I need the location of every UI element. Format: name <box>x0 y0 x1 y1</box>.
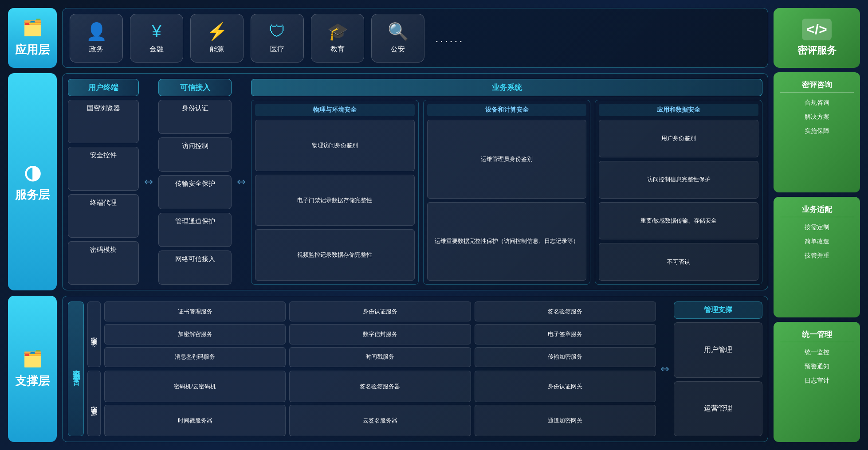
ta-item-1: 访问控制 <box>158 137 232 172</box>
jiaoyu-label: 教育 <box>330 45 345 54</box>
biz-col-app-header: 应用和数据安全 <box>599 104 758 116</box>
biz-col-device: 设备和计算安全 运维管理员身份鉴别 运维重要数据完整性保护（访问控制信息、日志记… <box>423 100 591 285</box>
biz-physical-2: 视频监控记录数据存储完整性 <box>255 229 415 281</box>
crypto-resources-items: 密码机/云密码机 时间戳服务器 签名验签服务器 云签名服务器 身份认证网关 通道… <box>104 371 656 436</box>
support-layer-content: 密码服务平台 密码服务 证书管理服务 加密解密服务 消息鉴别码服务 身 <box>62 296 768 442</box>
cr-item-3-0: 身份认证网关 <box>475 371 656 402</box>
cs-item-1-0: 证书管理服务 <box>104 301 286 321</box>
app-item-nengyuan[interactable]: ⚡ 能源 <box>190 14 244 63</box>
cs-item-1-1: 加密解密服务 <box>104 324 286 344</box>
ut-item-0: 国密浏览器 <box>68 100 139 143</box>
jinrong-icon: ¥ <box>152 22 161 41</box>
cr-group-1: 密码机/云密码机 时间戳服务器 <box>104 371 286 436</box>
support-layer-label: 🗂️ 支撑层 <box>8 296 57 442</box>
cs-item-3-2: 传输加密服务 <box>475 347 656 367</box>
user-terminal-section: 用户终端 国密浏览器 安全控件 终端代理 密码模块 <box>68 79 139 285</box>
app-item-jiaoyu[interactable]: 🎓 教育 <box>311 14 364 63</box>
business-header: 业务系统 <box>251 79 762 96</box>
biz-device-1: 运维重要数据完整性保护（访问控制信息、日志记录等） <box>427 202 587 281</box>
cr-item-3-1: 通道加密网关 <box>475 405 656 436</box>
zhengwu-label: 政务 <box>89 45 103 54</box>
crypto-services-items: 证书管理服务 加密解密服务 消息鉴别码服务 身份认证服务 数字信封服务 时间戳服… <box>104 301 656 367</box>
right-item-2-2: 日志审计 <box>780 375 854 387</box>
zhengwu-icon: 👤 <box>86 22 107 41</box>
code-icon: </> <box>802 19 831 40</box>
biz-physical-0: 物理访问身份鉴别 <box>255 120 415 171</box>
right-item-1-0: 按需定制 <box>780 222 854 233</box>
biz-device-0: 运维管理员身份鉴别 <box>427 120 587 199</box>
support-layer-text: 支撑层 <box>15 373 50 389</box>
center-content: 👤 政务 ¥ 金融 ⚡ 能源 🛡 医疗 🎓 教育 🔍 公安 <box>62 8 768 442</box>
cs-item-2-0: 身份认证服务 <box>289 301 471 321</box>
right-section-title-0: 密评咨询 <box>780 78 854 93</box>
app-layer-content: 👤 政务 ¥ 金融 ⚡ 能源 🛡 医疗 🎓 教育 🔍 公安 <box>62 8 768 68</box>
biz-col-app: 应用和数据安全 用户身份鉴别 访问控制信息完整性保护 重要/敏感数据传输、存储安… <box>595 100 762 285</box>
cr-item-1-0: 密码机/云密码机 <box>104 371 286 402</box>
jinrong-label: 金融 <box>149 45 164 54</box>
service-layer-label: ◑ 服务层 <box>8 73 57 290</box>
service-layer-content: 用户终端 国密浏览器 安全控件 终端代理 密码模块 ⇔ 可信接入 身份认证 访问… <box>62 73 768 290</box>
yiliao-label: 医疗 <box>270 45 284 54</box>
app-item-jinrong[interactable]: ¥ 金融 <box>130 14 183 63</box>
cs-group-1: 证书管理服务 加密解密服务 消息鉴别码服务 <box>104 301 286 367</box>
app-item-gongan[interactable]: 🔍 公安 <box>371 14 424 63</box>
mgmt-item-1: 运营管理 <box>674 381 762 437</box>
business-system-section: 业务系统 物理与环境安全 物理访问身份鉴别 电子门禁记录数据存储完整性 视频监控… <box>251 79 762 285</box>
app-ellipsis: ...... <box>435 31 464 45</box>
app-item-zhengwu[interactable]: 👤 政务 <box>70 14 123 63</box>
right-section-0: 密评咨询 合规咨询 解决方案 实施保障 <box>774 72 860 192</box>
biz-col-device-header: 设备和计算安全 <box>427 104 587 116</box>
ta-item-0: 身份认证 <box>158 100 232 134</box>
app-layer-label: 🗂️ 应用层 <box>8 8 57 68</box>
cs-item-2-2: 时间戳服务 <box>289 347 471 367</box>
right-panel: </> 密评服务 密评咨询 合规咨询 解决方案 实施保障 业务适配 按需定制 简… <box>774 8 860 442</box>
right-item-1-2: 技管并重 <box>780 250 854 262</box>
biz-col-physical-header: 物理与环境安全 <box>255 104 415 116</box>
gongan-label: 公安 <box>391 45 405 54</box>
business-cols: 物理与环境安全 物理访问身份鉴别 电子门禁记录数据存储完整性 视频监控记录数据存… <box>251 100 762 285</box>
trusted-access-section: 可信接入 身份认证 访问控制 传输安全保护 管理通道保护 网络可信接入 <box>158 79 232 285</box>
right-section-title-1: 业务适配 <box>780 202 854 217</box>
nengyuan-label: 能源 <box>210 45 224 54</box>
cr-group-2: 签名验签服务器 云签名服务器 <box>289 371 471 436</box>
cr-item-1-1: 时间戳服务器 <box>104 405 286 436</box>
app-item-yiliao[interactable]: 🛡 医疗 <box>251 14 304 63</box>
biz-physical-1: 电子门禁记录数据存储完整性 <box>255 175 415 226</box>
service-layer-icon: ◑ <box>24 161 41 184</box>
right-top-title: </> 密评服务 <box>774 8 860 68</box>
app-layer-icon: 🗂️ <box>23 18 43 37</box>
user-terminal-header: 用户终端 <box>68 79 139 96</box>
biz-app-2: 重要/敏感数据传输、存储安全 <box>599 202 758 240</box>
main-container: 🗂️ 应用层 ◑ 服务层 🗂️ 支撑层 👤 政务 ¥ 金融 ⚡ 能源 <box>0 0 868 450</box>
right-title-text: 密评服务 <box>797 44 837 57</box>
mgmt-header: 管理支撑 <box>674 301 762 319</box>
cs-item-2-1: 数字信封服务 <box>289 324 471 344</box>
platform-label: 密码服务平台 <box>68 301 84 436</box>
left-labels: 🗂️ 应用层 ◑ 服务层 🗂️ 支撑层 <box>8 8 57 442</box>
nengyuan-icon: ⚡ <box>207 22 228 41</box>
right-item-0-1: 解决方案 <box>780 111 854 123</box>
right-item-2-1: 预警通知 <box>780 361 854 372</box>
arrow-ta-bs: ⇔ <box>237 79 246 285</box>
crypto-platform: 密码服务平台 密码服务 证书管理服务 加密解密服务 消息鉴别码服务 身 <box>68 301 656 436</box>
cr-group-3: 身份认证网关 通道加密网关 <box>475 371 656 436</box>
ta-item-2: 传输安全保护 <box>158 175 232 209</box>
right-item-2-0: 统一监控 <box>780 347 854 358</box>
cr-item-2-1: 云签名服务器 <box>289 405 471 436</box>
biz-app-3: 不可否认 <box>599 243 758 281</box>
crypto-services: 密码服务 证书管理服务 加密解密服务 消息鉴别码服务 身份认证服务 数字信封服务… <box>87 301 656 367</box>
support-layer-icon: 🗂️ <box>23 349 43 368</box>
gongan-icon: 🔍 <box>388 22 408 41</box>
crypto-resources: 密码资源 密码机/云密码机 时间戳服务器 签名验签服务器 云签名服务器 <box>87 371 656 436</box>
ta-item-3: 管理通道保护 <box>158 213 232 247</box>
cs-item-3-0: 签名验签服务 <box>475 301 656 321</box>
ut-item-2: 终端代理 <box>68 194 139 238</box>
yiliao-icon: 🛡 <box>269 22 286 41</box>
service-layer-text: 服务层 <box>15 187 50 203</box>
biz-app-1: 访问控制信息完整性保护 <box>599 161 758 199</box>
ta-item-4: 网络可信接入 <box>158 250 232 285</box>
crypto-resources-label: 密码资源 <box>87 371 101 436</box>
trusted-access-header: 可信接入 <box>158 79 232 96</box>
arrow-platform-mgmt: ⇔ <box>660 301 669 436</box>
platform-inner: 密码服务 证书管理服务 加密解密服务 消息鉴别码服务 身份认证服务 数字信封服务… <box>87 301 656 436</box>
